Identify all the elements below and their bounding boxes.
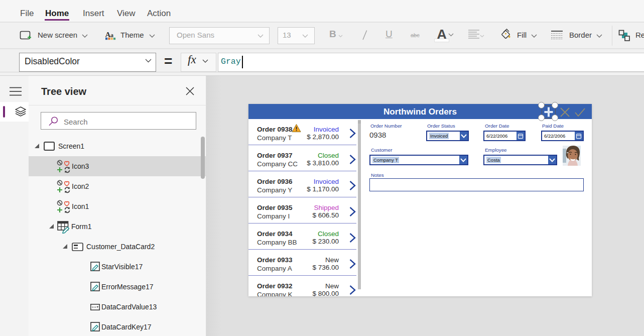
svg-text:a: a [110,32,113,39]
svg-text:A: A [105,31,111,39]
